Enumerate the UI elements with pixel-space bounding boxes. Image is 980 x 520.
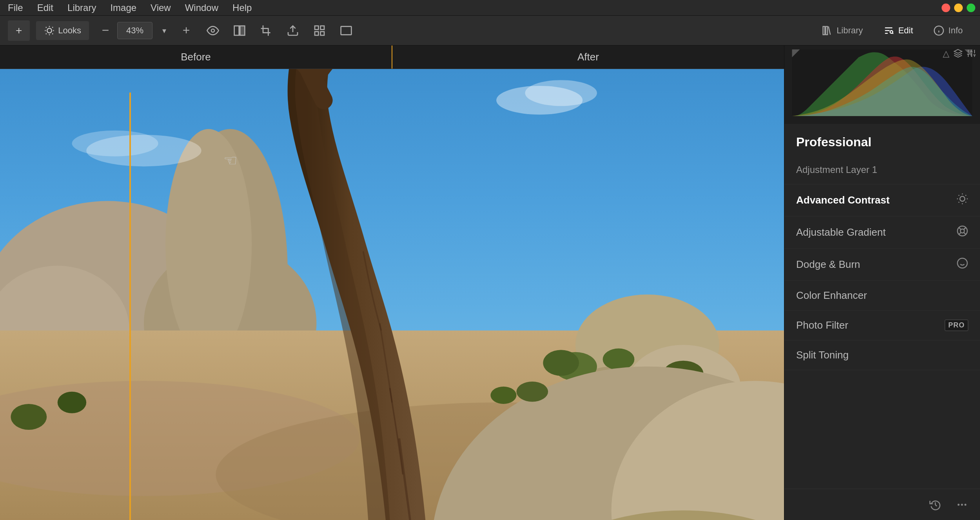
- layers-panel: Professional Adjustment Layer 1 Advanced…: [784, 124, 980, 489]
- adjustable-gradient-label: Adjustable Gradient: [796, 226, 886, 238]
- canvas-area[interactable]: Before After: [0, 45, 784, 520]
- svg-point-55: [525, 80, 597, 106]
- more-options-button[interactable]: [952, 495, 972, 515]
- after-label: After: [392, 45, 784, 69]
- color-enhancer-label: Color Enhancer: [796, 289, 867, 302]
- crop-icon: [260, 24, 272, 37]
- preview-button[interactable]: [203, 20, 223, 41]
- menu-image[interactable]: Image: [107, 1, 140, 15]
- svg-rect-2: [234, 26, 239, 35]
- add-button[interactable]: +: [8, 20, 30, 41]
- window-minimize[interactable]: [954, 4, 963, 12]
- looks-button[interactable]: Looks: [36, 21, 89, 40]
- svg-point-52: [490, 387, 516, 404]
- layer-color-enhancer[interactable]: Color Enhancer: [784, 281, 980, 311]
- zoom-increase-button[interactable]: +: [176, 20, 196, 41]
- svg-point-0: [47, 28, 52, 33]
- histogram-expand-icon[interactable]: △: [943, 49, 949, 60]
- svg-line-75: [965, 202, 966, 203]
- histogram-sliders-icon[interactable]: [967, 49, 976, 60]
- export-button[interactable]: [283, 20, 303, 41]
- histogram-layers-icon[interactable]: [953, 49, 963, 60]
- svg-point-91: [961, 504, 963, 505]
- crop-button[interactable]: [256, 20, 276, 41]
- menu-library[interactable]: Library: [64, 1, 99, 15]
- svg-point-33: [543, 350, 579, 376]
- layer-dodge-burn[interactable]: Dodge & Burn: [784, 249, 980, 281]
- svg-line-16: [893, 33, 893, 33]
- zoom-decrease-button[interactable]: −: [95, 20, 116, 41]
- svg-point-90: [958, 504, 960, 505]
- adjustment-layer-1-label: Adjustment Layer 1: [796, 164, 877, 175]
- svg-line-82: [959, 227, 961, 229]
- svg-rect-11: [826, 26, 828, 35]
- sun-icon: [956, 193, 968, 207]
- layer-split-toning[interactable]: Split Toning: [784, 340, 980, 370]
- library-icon: [822, 25, 833, 36]
- layer-photo-filter[interactable]: Photo Filter PRO: [784, 311, 980, 340]
- split-line[interactable]: [129, 93, 131, 520]
- toolbar: + Looks − 43% ▾ +: [0, 16, 980, 45]
- before-after-bar: Before After: [0, 45, 784, 69]
- svg-point-57: [72, 131, 158, 156]
- svg-point-92: [964, 504, 966, 505]
- window-close[interactable]: [942, 4, 950, 12]
- svg-point-71: [960, 196, 965, 202]
- svg-point-50: [11, 404, 47, 430]
- svg-rect-8: [321, 31, 324, 35]
- menu-window[interactable]: Window: [182, 1, 221, 15]
- svg-marker-58: [954, 49, 962, 53]
- menu-view[interactable]: View: [147, 1, 174, 15]
- history-icon: [929, 499, 941, 511]
- main-area: Before After: [0, 45, 980, 520]
- palette-icon: [956, 225, 968, 240]
- svg-point-34: [603, 349, 635, 370]
- zoom-dropdown-button[interactable]: ▾: [154, 20, 174, 41]
- menu-edit[interactable]: Edit: [34, 1, 56, 15]
- eye-icon: [207, 24, 219, 37]
- edit-icon: [883, 25, 894, 36]
- menu-file[interactable]: File: [5, 1, 26, 15]
- before-label: Before: [0, 45, 392, 69]
- menu-help[interactable]: Help: [229, 1, 255, 15]
- svg-rect-3: [240, 26, 245, 35]
- svg-rect-10: [823, 26, 825, 35]
- svg-point-87: [958, 258, 967, 268]
- titlebar: File Edit Library Image View Window Help: [0, 0, 980, 16]
- layer-adjustable-gradient[interactable]: Adjustable Gradient: [784, 216, 980, 249]
- svg-point-1: [211, 29, 214, 32]
- tab-edit[interactable]: Edit: [874, 21, 922, 40]
- history-button[interactable]: [925, 495, 946, 515]
- svg-point-25: [165, 129, 252, 359]
- tab-library[interactable]: Library: [812, 21, 872, 40]
- split-toning-label: Split Toning: [796, 349, 849, 361]
- svg-line-78: [958, 202, 959, 203]
- export-icon: [287, 24, 299, 37]
- layer-advanced-contrast[interactable]: Advanced Contrast: [784, 184, 980, 216]
- dodge-burn-label: Dodge & Burn: [796, 258, 860, 271]
- layer-adjustment-layer-1[interactable]: Adjustment Layer 1: [784, 156, 980, 184]
- right-panel: △: [784, 45, 980, 520]
- svg-point-15: [890, 31, 893, 33]
- svg-rect-9: [341, 26, 352, 35]
- svg-line-86: [959, 233, 961, 235]
- image-container: ☜: [0, 69, 784, 520]
- histogram: △: [784, 45, 980, 124]
- photo-filter-label: Photo Filter: [796, 319, 848, 331]
- grid-icon: [313, 24, 326, 37]
- compare-button[interactable]: [229, 20, 250, 41]
- zoom-control: − 43% ▾ +: [95, 20, 196, 41]
- professional-label: Professional: [784, 124, 980, 156]
- grid-button[interactable]: [309, 20, 330, 41]
- compare-icon: [233, 24, 246, 37]
- fit-button[interactable]: [336, 20, 356, 41]
- tab-info[interactable]: Info: [924, 21, 972, 40]
- svg-line-85: [964, 228, 965, 229]
- svg-point-53: [516, 382, 548, 402]
- svg-line-74: [958, 195, 959, 196]
- zoom-value: 43%: [117, 22, 152, 39]
- svg-rect-5: [315, 26, 318, 29]
- smiley-icon: [956, 257, 968, 272]
- svg-line-79: [965, 195, 966, 196]
- window-maximize[interactable]: [967, 4, 975, 12]
